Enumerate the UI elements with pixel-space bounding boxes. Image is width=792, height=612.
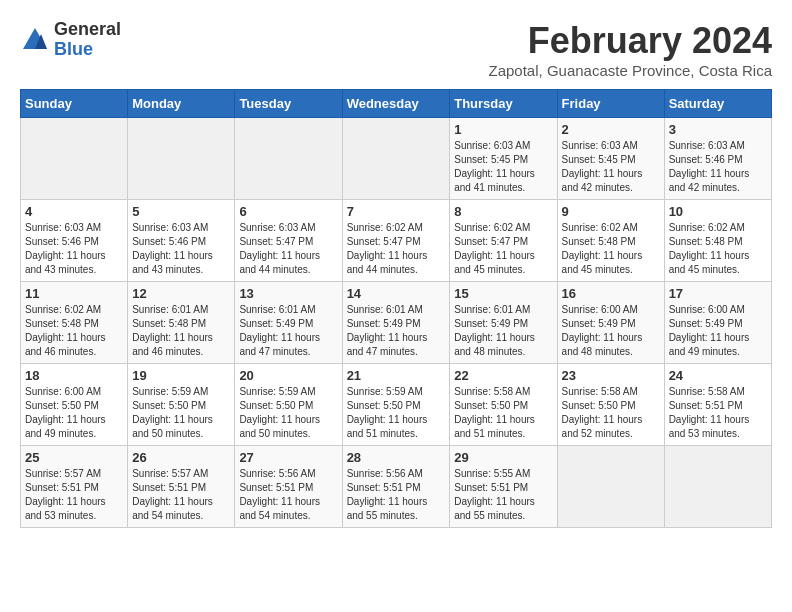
day-info: Sunrise: 6:03 AMSunset: 5:46 PMDaylight:…	[669, 139, 767, 195]
title-area: February 2024 Zapotal, Guanacaste Provin…	[489, 20, 772, 79]
calendar-table: SundayMondayTuesdayWednesdayThursdayFrid…	[20, 89, 772, 528]
day-info: Sunrise: 5:58 AMSunset: 5:50 PMDaylight:…	[562, 385, 660, 441]
day-info: Sunrise: 5:56 AMSunset: 5:51 PMDaylight:…	[239, 467, 337, 523]
day-number: 27	[239, 450, 337, 465]
day-number: 9	[562, 204, 660, 219]
month-title: February 2024	[489, 20, 772, 62]
day-info: Sunrise: 6:03 AMSunset: 5:45 PMDaylight:…	[454, 139, 552, 195]
calendar-cell: 14Sunrise: 6:01 AMSunset: 5:49 PMDayligh…	[342, 282, 450, 364]
day-number: 19	[132, 368, 230, 383]
day-info: Sunrise: 6:01 AMSunset: 5:49 PMDaylight:…	[347, 303, 446, 359]
calendar-week-row: 18Sunrise: 6:00 AMSunset: 5:50 PMDayligh…	[21, 364, 772, 446]
day-number: 13	[239, 286, 337, 301]
calendar-cell: 29Sunrise: 5:55 AMSunset: 5:51 PMDayligh…	[450, 446, 557, 528]
calendar-cell: 8Sunrise: 6:02 AMSunset: 5:47 PMDaylight…	[450, 200, 557, 282]
day-number: 24	[669, 368, 767, 383]
day-number: 28	[347, 450, 446, 465]
calendar-cell: 5Sunrise: 6:03 AMSunset: 5:46 PMDaylight…	[128, 200, 235, 282]
calendar-cell: 19Sunrise: 5:59 AMSunset: 5:50 PMDayligh…	[128, 364, 235, 446]
calendar-cell: 18Sunrise: 6:00 AMSunset: 5:50 PMDayligh…	[21, 364, 128, 446]
day-number: 16	[562, 286, 660, 301]
calendar-cell: 27Sunrise: 5:56 AMSunset: 5:51 PMDayligh…	[235, 446, 342, 528]
day-info: Sunrise: 6:01 AMSunset: 5:48 PMDaylight:…	[132, 303, 230, 359]
day-info: Sunrise: 6:00 AMSunset: 5:50 PMDaylight:…	[25, 385, 123, 441]
calendar-cell	[21, 118, 128, 200]
calendar-cell: 24Sunrise: 5:58 AMSunset: 5:51 PMDayligh…	[664, 364, 771, 446]
day-number: 10	[669, 204, 767, 219]
day-info: Sunrise: 5:55 AMSunset: 5:51 PMDaylight:…	[454, 467, 552, 523]
calendar-cell: 1Sunrise: 6:03 AMSunset: 5:45 PMDaylight…	[450, 118, 557, 200]
calendar-cell	[128, 118, 235, 200]
day-info: Sunrise: 5:58 AMSunset: 5:50 PMDaylight:…	[454, 385, 552, 441]
day-info: Sunrise: 6:02 AMSunset: 5:48 PMDaylight:…	[25, 303, 123, 359]
calendar-cell: 6Sunrise: 6:03 AMSunset: 5:47 PMDaylight…	[235, 200, 342, 282]
day-number: 20	[239, 368, 337, 383]
day-number: 14	[347, 286, 446, 301]
logo-icon	[20, 25, 50, 55]
day-number: 6	[239, 204, 337, 219]
calendar-cell	[342, 118, 450, 200]
day-number: 5	[132, 204, 230, 219]
calendar-cell	[557, 446, 664, 528]
day-number: 3	[669, 122, 767, 137]
calendar-cell: 13Sunrise: 6:01 AMSunset: 5:49 PMDayligh…	[235, 282, 342, 364]
calendar-week-row: 11Sunrise: 6:02 AMSunset: 5:48 PMDayligh…	[21, 282, 772, 364]
calendar-header-row: SundayMondayTuesdayWednesdayThursdayFrid…	[21, 90, 772, 118]
calendar-week-row: 25Sunrise: 5:57 AMSunset: 5:51 PMDayligh…	[21, 446, 772, 528]
day-number: 2	[562, 122, 660, 137]
calendar-cell: 23Sunrise: 5:58 AMSunset: 5:50 PMDayligh…	[557, 364, 664, 446]
day-number: 8	[454, 204, 552, 219]
day-info: Sunrise: 5:59 AMSunset: 5:50 PMDaylight:…	[239, 385, 337, 441]
calendar-cell: 21Sunrise: 5:59 AMSunset: 5:50 PMDayligh…	[342, 364, 450, 446]
logo-general: General	[54, 20, 121, 40]
day-info: Sunrise: 5:57 AMSunset: 5:51 PMDaylight:…	[25, 467, 123, 523]
day-number: 21	[347, 368, 446, 383]
day-number: 25	[25, 450, 123, 465]
day-number: 7	[347, 204, 446, 219]
calendar-cell	[235, 118, 342, 200]
calendar-cell: 26Sunrise: 5:57 AMSunset: 5:51 PMDayligh…	[128, 446, 235, 528]
calendar-cell: 12Sunrise: 6:01 AMSunset: 5:48 PMDayligh…	[128, 282, 235, 364]
day-info: Sunrise: 6:03 AMSunset: 5:46 PMDaylight:…	[132, 221, 230, 277]
day-number: 4	[25, 204, 123, 219]
logo-blue: Blue	[54, 40, 121, 60]
day-number: 26	[132, 450, 230, 465]
day-info: Sunrise: 6:03 AMSunset: 5:46 PMDaylight:…	[25, 221, 123, 277]
day-number: 23	[562, 368, 660, 383]
calendar-cell: 7Sunrise: 6:02 AMSunset: 5:47 PMDaylight…	[342, 200, 450, 282]
calendar-week-row: 1Sunrise: 6:03 AMSunset: 5:45 PMDaylight…	[21, 118, 772, 200]
calendar-cell: 9Sunrise: 6:02 AMSunset: 5:48 PMDaylight…	[557, 200, 664, 282]
day-number: 22	[454, 368, 552, 383]
calendar-cell: 20Sunrise: 5:59 AMSunset: 5:50 PMDayligh…	[235, 364, 342, 446]
day-info: Sunrise: 5:56 AMSunset: 5:51 PMDaylight:…	[347, 467, 446, 523]
day-info: Sunrise: 6:02 AMSunset: 5:47 PMDaylight:…	[454, 221, 552, 277]
day-info: Sunrise: 6:03 AMSunset: 5:47 PMDaylight:…	[239, 221, 337, 277]
day-number: 1	[454, 122, 552, 137]
day-info: Sunrise: 5:59 AMSunset: 5:50 PMDaylight:…	[132, 385, 230, 441]
calendar-week-row: 4Sunrise: 6:03 AMSunset: 5:46 PMDaylight…	[21, 200, 772, 282]
calendar-cell: 16Sunrise: 6:00 AMSunset: 5:49 PMDayligh…	[557, 282, 664, 364]
day-info: Sunrise: 5:57 AMSunset: 5:51 PMDaylight:…	[132, 467, 230, 523]
day-info: Sunrise: 5:59 AMSunset: 5:50 PMDaylight:…	[347, 385, 446, 441]
calendar-cell: 2Sunrise: 6:03 AMSunset: 5:45 PMDaylight…	[557, 118, 664, 200]
day-number: 18	[25, 368, 123, 383]
calendar-cell: 4Sunrise: 6:03 AMSunset: 5:46 PMDaylight…	[21, 200, 128, 282]
day-info: Sunrise: 5:58 AMSunset: 5:51 PMDaylight:…	[669, 385, 767, 441]
calendar-cell: 22Sunrise: 5:58 AMSunset: 5:50 PMDayligh…	[450, 364, 557, 446]
calendar-cell: 10Sunrise: 6:02 AMSunset: 5:48 PMDayligh…	[664, 200, 771, 282]
day-number: 17	[669, 286, 767, 301]
day-number: 29	[454, 450, 552, 465]
logo-text: General Blue	[54, 20, 121, 60]
calendar-cell	[664, 446, 771, 528]
day-info: Sunrise: 6:00 AMSunset: 5:49 PMDaylight:…	[669, 303, 767, 359]
day-info: Sunrise: 6:02 AMSunset: 5:48 PMDaylight:…	[562, 221, 660, 277]
page-header: General Blue February 2024 Zapotal, Guan…	[20, 20, 772, 79]
day-of-week-header: Friday	[557, 90, 664, 118]
day-of-week-header: Monday	[128, 90, 235, 118]
calendar-cell: 3Sunrise: 6:03 AMSunset: 5:46 PMDaylight…	[664, 118, 771, 200]
calendar-cell: 25Sunrise: 5:57 AMSunset: 5:51 PMDayligh…	[21, 446, 128, 528]
day-info: Sunrise: 6:00 AMSunset: 5:49 PMDaylight:…	[562, 303, 660, 359]
day-of-week-header: Sunday	[21, 90, 128, 118]
day-number: 11	[25, 286, 123, 301]
day-info: Sunrise: 6:01 AMSunset: 5:49 PMDaylight:…	[239, 303, 337, 359]
